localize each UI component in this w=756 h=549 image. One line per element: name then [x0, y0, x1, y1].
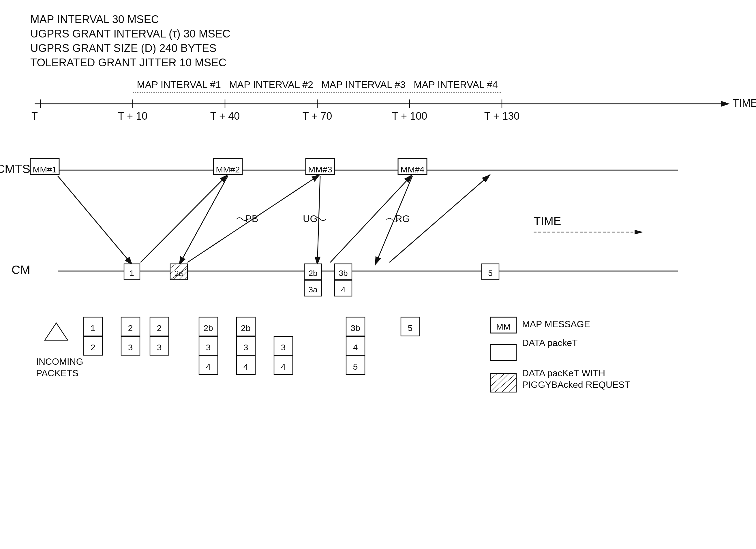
param-line1: MAP INTERVAL 30 MSEC — [30, 13, 159, 25]
legend-piggybacked-text2: PIGGYBAcked REQUEST — [522, 379, 630, 390]
cm-box-2b: 2b — [308, 269, 317, 278]
q-box-5a: 5 — [353, 362, 358, 371]
cmts-label: CMTS — [0, 162, 30, 176]
q-box-4c: 4 — [281, 362, 286, 371]
cm-box-2a: 2a — [175, 269, 183, 278]
cm-box-4: 4 — [341, 285, 346, 294]
time-t70: T + 70 — [303, 110, 332, 122]
svg-marker-41 — [45, 323, 68, 340]
map-interval-4-label: MAP INTERVAL #4 — [414, 79, 498, 90]
page: MAP INTERVAL 30 MSEC UGPRS GRANT INTERVA… — [0, 0, 756, 549]
incoming-packets-line2: PACKETS — [36, 368, 78, 378]
svg-line-20 — [140, 175, 228, 263]
q-box-4b: 4 — [243, 362, 248, 371]
legend-mm-text: MAP MESSAGE — [522, 319, 590, 329]
time-label: TIME — [534, 215, 561, 227]
mm4-label: MM#4 — [400, 165, 424, 174]
time-t: T — [31, 110, 38, 122]
svg-line-18 — [58, 176, 133, 265]
param-line4: TOLERATED GRANT JITTER 10 MSEC — [30, 57, 226, 69]
map-interval-3-label: MAP INTERVAL #3 — [321, 79, 406, 90]
incoming-packets-line1: INCOMING — [36, 356, 83, 367]
time-t10: T + 10 — [118, 110, 147, 122]
mm1-label: MM#1 — [33, 165, 57, 174]
cm-box-3b: 3b — [339, 269, 348, 278]
time-t40: T + 40 — [210, 110, 240, 122]
map-interval-2-label: MAP INTERVAL #2 — [229, 79, 313, 90]
svg-marker-40 — [635, 230, 643, 235]
cm-box-5: 5 — [488, 269, 493, 278]
q-box-2b-col2: 2b — [241, 323, 250, 333]
q-box-3c: 3 — [206, 342, 211, 352]
map-interval-1-label: MAP INTERVAL #1 — [137, 79, 221, 90]
svg-marker-1 — [721, 101, 730, 107]
q-box-4a: 4 — [206, 362, 211, 371]
mm3-label: MM#3 — [308, 165, 332, 174]
q-box-3d: 3 — [243, 342, 248, 352]
svg-line-30 — [317, 176, 320, 265]
cm-box-1: 1 — [130, 269, 134, 278]
mm2-label: MM#2 — [216, 165, 240, 174]
diagram-svg: MAP INTERVAL 30 MSEC UGPRS GRANT INTERVA… — [0, 0, 756, 549]
time-axis-label: TIME AXIS — [733, 97, 756, 109]
q-box-3b-late: 3b — [350, 323, 360, 333]
q-box-3b: 3 — [157, 342, 162, 352]
rg-label: RG — [395, 213, 410, 224]
q-box-1a: 1 — [91, 323, 95, 333]
param-line3: UGPRS GRANT SIZE (D) 240 BYTES — [30, 42, 216, 54]
param-line2: UGPRS GRANT INTERVAL (τ) 30 MSEC — [30, 28, 230, 40]
time-t130: T + 130 — [484, 110, 519, 122]
q-box-2b-top: 2 — [128, 323, 133, 333]
cm-label: CM — [12, 263, 30, 276]
q-box-2a: 2 — [91, 342, 95, 352]
legend-piggybacked-text1: DATA pacKeT WITH — [522, 368, 605, 378]
q-box-4d: 4 — [353, 342, 358, 352]
legend-data-packet-text: DATA packeT — [522, 338, 578, 348]
cm-box-3a: 3a — [308, 285, 318, 294]
q-box-2c: 2 — [157, 323, 162, 333]
q-box-2b-col: 2b — [203, 323, 213, 333]
q-box-3e: 3 — [281, 342, 286, 352]
pb-label: PB — [245, 213, 258, 224]
time-t100: T + 100 — [392, 110, 427, 122]
legend-mm-box: MM — [496, 322, 511, 331]
q-box-3a-top: 3 — [128, 342, 133, 352]
svg-rect-61 — [490, 344, 516, 360]
q-box-5b: 5 — [408, 323, 413, 333]
